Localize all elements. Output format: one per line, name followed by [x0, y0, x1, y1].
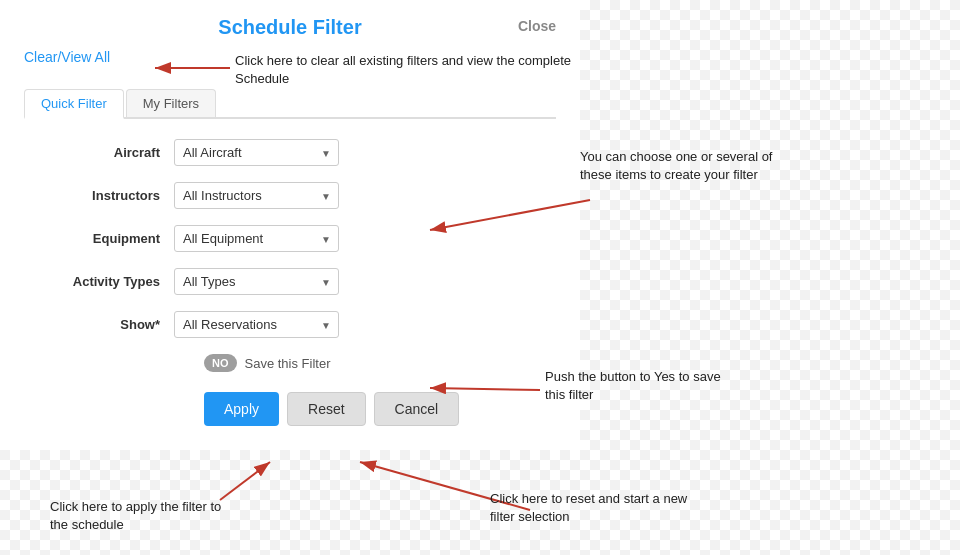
equipment-select[interactable]: All EquipmentEquipment 1Equipment 2: [174, 225, 339, 252]
modal-panel: Schedule Filter Close Clear/View All Qui…: [0, 0, 580, 450]
instructors-label: Instructors: [54, 188, 174, 203]
show-label: Show*: [54, 317, 174, 332]
apply-button[interactable]: Apply: [204, 392, 279, 426]
aircraft-select-wrapper: All AircraftAircraft 1Aircraft 2: [174, 139, 339, 166]
clear-view-all-link[interactable]: Clear/View All: [24, 49, 110, 65]
close-button[interactable]: Close: [518, 18, 556, 34]
action-buttons: Apply Reset Cancel: [204, 392, 556, 426]
equipment-select-wrapper: All EquipmentEquipment 1Equipment 2: [174, 225, 339, 252]
save-filter-row: NO Save this Filter: [204, 354, 556, 372]
modal-title: Schedule Filter: [218, 16, 361, 38]
aircraft-label: Aircraft: [54, 145, 174, 160]
equipment-label: Equipment: [54, 231, 174, 246]
instructors-row: Instructors All InstructorsInstructor 1I…: [54, 182, 556, 209]
save-filter-label: Save this Filter: [245, 356, 331, 371]
save-filter-toggle[interactable]: NO: [204, 354, 237, 372]
form-section: Aircraft All AircraftAircraft 1Aircraft …: [24, 139, 556, 426]
tabs-bar: Quick Filter My Filters: [24, 89, 556, 119]
activity-types-label: Activity Types: [54, 274, 174, 289]
show-row: Show* All ReservationsMy Reservations: [54, 311, 556, 338]
aircraft-row: Aircraft All AircraftAircraft 1Aircraft …: [54, 139, 556, 166]
aircraft-select[interactable]: All AircraftAircraft 1Aircraft 2: [174, 139, 339, 166]
cancel-button[interactable]: Cancel: [374, 392, 460, 426]
tab-my-filters[interactable]: My Filters: [126, 89, 216, 117]
activity-types-row: Activity Types All TypesType 1Type 2: [54, 268, 556, 295]
instructors-select-wrapper: All InstructorsInstructor 1Instructor 2: [174, 182, 339, 209]
instructors-select[interactable]: All InstructorsInstructor 1Instructor 2: [174, 182, 339, 209]
equipment-row: Equipment All EquipmentEquipment 1Equipm…: [54, 225, 556, 252]
tab-quick-filter[interactable]: Quick Filter: [24, 89, 124, 119]
activity-types-select-wrapper: All TypesType 1Type 2: [174, 268, 339, 295]
reset-button[interactable]: Reset: [287, 392, 366, 426]
show-select-wrapper: All ReservationsMy Reservations: [174, 311, 339, 338]
show-select[interactable]: All ReservationsMy Reservations: [174, 311, 339, 338]
modal-title-bar: Schedule Filter Close: [24, 16, 556, 39]
activity-types-select[interactable]: All TypesType 1Type 2: [174, 268, 339, 295]
